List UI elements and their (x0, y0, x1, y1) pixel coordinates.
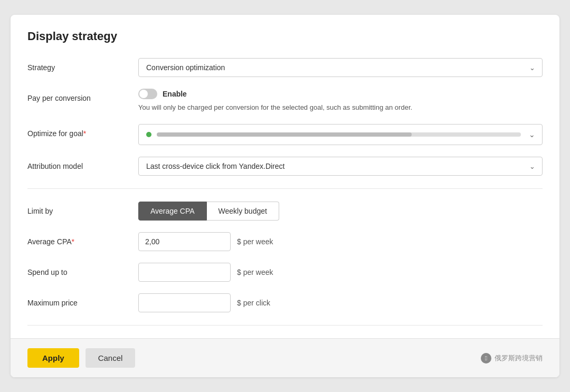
average-cpa-label: Average CPA* (27, 232, 138, 246)
maximum-price-label: Maximum price (27, 293, 138, 307)
apply-button[interactable]: Apply (27, 348, 79, 368)
cancel-button[interactable]: Cancel (86, 348, 136, 368)
maximum-price-suffix: $ per click (237, 299, 270, 307)
average-cpa-suffix: $ per week (237, 237, 273, 246)
footer-buttons: Apply Cancel (27, 348, 135, 368)
goal-select[interactable] (138, 124, 543, 145)
optimize-goal-row: Optimize for goal* ⌄ (27, 124, 543, 145)
page-title: Display strategy (27, 30, 543, 43)
spend-up-to-input[interactable] (138, 263, 231, 282)
spend-up-to-input-group: $ per week (138, 263, 543, 282)
average-cpa-row: Average CPA* $ per week (27, 232, 543, 251)
wechat-icon:  (481, 353, 491, 364)
spend-up-to-suffix: $ per week (237, 268, 273, 276)
strategy-row: Strategy Conversion optimizationManual C… (27, 58, 543, 77)
limit-by-control: Average CPA Weekly budget (138, 202, 543, 221)
attribution-model-label: Attribution model (27, 157, 138, 170)
pay-per-conversion-control: Enable You will only be charged per conv… (138, 89, 543, 113)
maximum-price-control: $ per click (138, 293, 543, 312)
limit-by-label: Limit by (27, 202, 138, 215)
toggle-enable-label: Enable (163, 90, 187, 98)
display-strategy-card: Display strategy Strategy Conversion opt… (11, 15, 559, 378)
limit-by-row: Limit by Average CPA Weekly budget (27, 202, 543, 221)
watermark:  俄罗斯跨境营销 (481, 353, 543, 364)
strategy-control: Conversion optimizationManual CPCAverage… (138, 58, 543, 77)
attribution-model-select-wrap: Last cross-device click from Yandex.Dire… (138, 157, 543, 176)
average-cpa-input[interactable] (138, 232, 231, 251)
maximum-price-row: Maximum price $ per click (27, 293, 543, 312)
average-cpa-input-group: $ per week (138, 232, 543, 251)
limit-section: Limit by Average CPA Weekly budget Avera… (27, 202, 543, 326)
optimize-goal-label: Optimize for goal* (27, 124, 138, 138)
toggle-slider (138, 89, 157, 99)
average-cpa-control: $ per week (138, 232, 543, 251)
spend-up-to-label: Spend up to (27, 263, 138, 276)
pay-per-conversion-label: Pay per conversion (27, 89, 138, 102)
strategy-select[interactable]: Conversion optimizationManual CPCAverage… (138, 58, 543, 77)
goal-select-wrap: ⌄ (138, 124, 543, 145)
pay-per-conversion-toggle[interactable] (138, 89, 157, 99)
optimize-goal-control: ⌄ (138, 124, 543, 145)
average-cpa-required: * (72, 237, 74, 246)
card-footer: Apply Cancel  俄罗斯跨境营销 (11, 338, 559, 377)
toggle-row: Enable (138, 89, 543, 99)
maximum-price-input[interactable] (138, 293, 231, 312)
limit-by-btn-group: Average CPA Weekly budget (138, 202, 543, 221)
limit-by-average-cpa-button[interactable]: Average CPA (138, 202, 207, 221)
spend-up-to-row: Spend up to $ per week (27, 263, 543, 282)
watermark-text: 俄罗斯跨境营销 (495, 353, 543, 363)
pay-per-conversion-row: Pay per conversion Enable You will only … (27, 89, 543, 113)
strategy-label: Strategy (27, 58, 138, 72)
strategy-section: Strategy Conversion optimizationManual C… (27, 58, 543, 189)
maximum-price-input-group: $ per click (138, 293, 543, 312)
strategy-select-wrap: Conversion optimizationManual CPCAverage… (138, 58, 543, 77)
goal-bar-fill (157, 132, 412, 137)
attribution-model-select[interactable]: Last cross-device click from Yandex.Dire… (138, 157, 543, 176)
spend-up-to-control: $ per week (138, 263, 543, 282)
attribution-model-row: Attribution model Last cross-device clic… (27, 157, 543, 176)
green-dot-icon (146, 132, 151, 137)
goal-bar (157, 132, 521, 137)
attribution-model-control: Last cross-device click from Yandex.Dire… (138, 157, 543, 176)
pay-per-conversion-hint: You will only be charged per conversion … (138, 102, 543, 113)
required-marker: * (83, 129, 86, 138)
limit-by-weekly-budget-button[interactable]: Weekly budget (207, 202, 279, 221)
